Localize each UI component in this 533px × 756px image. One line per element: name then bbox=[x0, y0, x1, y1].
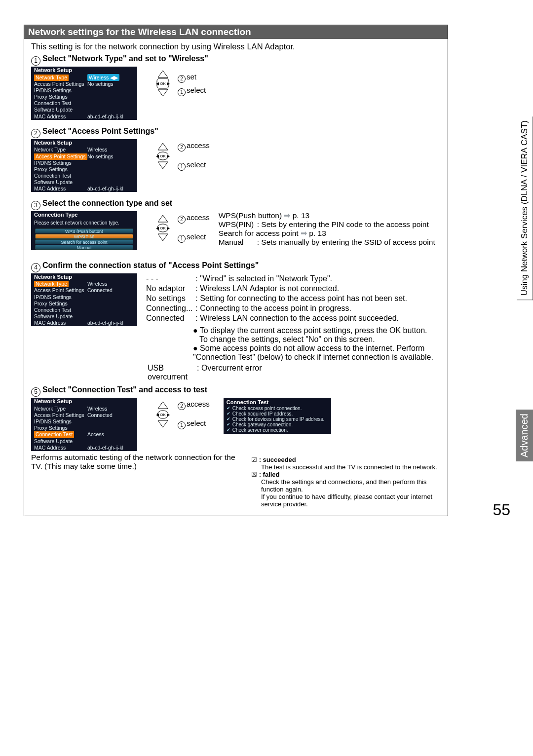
side-tab-advanced: Advanced bbox=[516, 410, 533, 461]
usb-overcurrent: USB overcurrent: Overcurrent error bbox=[146, 363, 441, 382]
svg-marker-1 bbox=[158, 89, 168, 96]
dpad-labels-3: 2access 1select bbox=[178, 213, 210, 243]
content-box: Network settings for the Wireless LAN co… bbox=[24, 25, 448, 516]
dpad-icon-2: ◀ OK ▶ bbox=[149, 142, 177, 170]
svg-marker-4 bbox=[158, 143, 168, 150]
step2-heading: 2Select "Access Point Settings" bbox=[31, 127, 441, 138]
dpad-access3: access bbox=[187, 213, 210, 222]
step5-heading: 5Select "Connection Test" and access to … bbox=[31, 385, 441, 397]
svg-marker-8 bbox=[158, 215, 168, 222]
side-tab-services: Using Network Services (DLNA / VIERA CAS… bbox=[517, 116, 533, 300]
connection-type-panel: Connection TypePlease select network con… bbox=[31, 211, 137, 250]
svg-marker-12 bbox=[158, 402, 168, 409]
step3-heading: 3Select the connection type and set bbox=[31, 199, 441, 210]
svg-marker-0 bbox=[158, 71, 168, 77]
dpad-icon-5: ◀ OK ▶ bbox=[149, 401, 177, 428]
page: Using Network Services (DLNA / VIERA CAS… bbox=[0, 0, 533, 526]
connection-test-panel: Connection TestCheck access point connec… bbox=[224, 398, 331, 434]
svg-marker-5 bbox=[158, 162, 168, 169]
dpad-icon-3: ◀ OK ▶ bbox=[149, 214, 177, 242]
step4-label: Confirm the connection status of "Access… bbox=[42, 261, 259, 269]
check-icon: ☑ bbox=[251, 456, 257, 463]
svg-marker-9 bbox=[158, 234, 168, 241]
network-setup-panel-2: Network SetupNetwork TypeWirelessAccess … bbox=[31, 139, 137, 192]
step1-heading: 1Select "Network Type" and set to "Wirel… bbox=[31, 54, 441, 66]
step4-status: - - -: "Wired" is selected in "Network T… bbox=[144, 273, 409, 324]
dpad-select2: select bbox=[187, 160, 206, 169]
step1-label: Select "Network Type" and set to "Wirele… bbox=[42, 54, 208, 63]
page-number: 55 bbox=[493, 501, 510, 519]
dpad-set: set bbox=[187, 73, 196, 81]
svg-marker-13 bbox=[158, 420, 168, 427]
perform-text: Performs automatic testing of the networ… bbox=[31, 453, 244, 471]
legend: ☑ : succeeded The test is successful and… bbox=[251, 456, 441, 508]
cross-icon: ☒ bbox=[251, 471, 257, 478]
svg-text:◀ OK ▶: ◀ OK ▶ bbox=[156, 226, 170, 230]
network-setup-panel-1: Network SetupNetwork TypeWireless ◀▶Acce… bbox=[31, 67, 137, 120]
dpad-access: access bbox=[187, 141, 210, 150]
dpad-labels-1: 2set 1select bbox=[178, 69, 206, 96]
dpad-labels-2: 2access 1select bbox=[178, 141, 210, 171]
dpad-icon-1: ◀ OK ▶ bbox=[149, 70, 177, 97]
network-setup-panel-4: Network SetupNetwork TypeWirelessAccess … bbox=[31, 273, 137, 327]
step4-heading: 4Confirm the connection status of "Acces… bbox=[31, 261, 441, 272]
step2-label: Select "Access Point Settings" bbox=[42, 127, 158, 135]
step3-explain: WPS(Push button) ➡ p. 13 WPS(PIN): Sets … bbox=[219, 211, 435, 247]
step4-bullets: ● To display the current access point se… bbox=[193, 326, 441, 362]
step3-label: Select the connection type and set bbox=[42, 199, 172, 207]
intro-text: This setting is for the network connecti… bbox=[31, 42, 441, 51]
network-setup-panel-5: Network SetupNetwork TypeWirelessAccess … bbox=[31, 398, 137, 451]
dpad-select3: select bbox=[187, 232, 206, 241]
dpad-labels-5: 2access 1select bbox=[178, 400, 210, 429]
dpad-select: select bbox=[187, 86, 206, 94]
svg-text:◀ OK ▶: ◀ OK ▶ bbox=[156, 413, 170, 417]
section-title: Network settings for the Wireless LAN co… bbox=[24, 25, 448, 39]
svg-text:◀ OK ▶: ◀ OK ▶ bbox=[156, 154, 170, 158]
svg-text:◀ OK ▶: ◀ OK ▶ bbox=[156, 81, 170, 86]
step5-label: Select "Connection Test" and access to t… bbox=[42, 385, 207, 394]
